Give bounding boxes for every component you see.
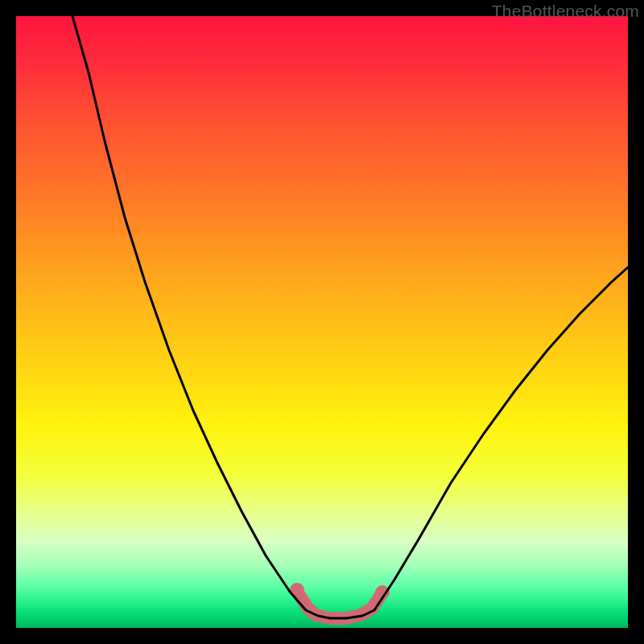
watermark-text: TheBottleneck.com	[492, 2, 639, 21]
pink-highlight	[296, 590, 382, 618]
bottleneck-curve	[72, 16, 628, 618]
curve-plot	[16, 16, 628, 628]
chart-area	[16, 16, 628, 628]
